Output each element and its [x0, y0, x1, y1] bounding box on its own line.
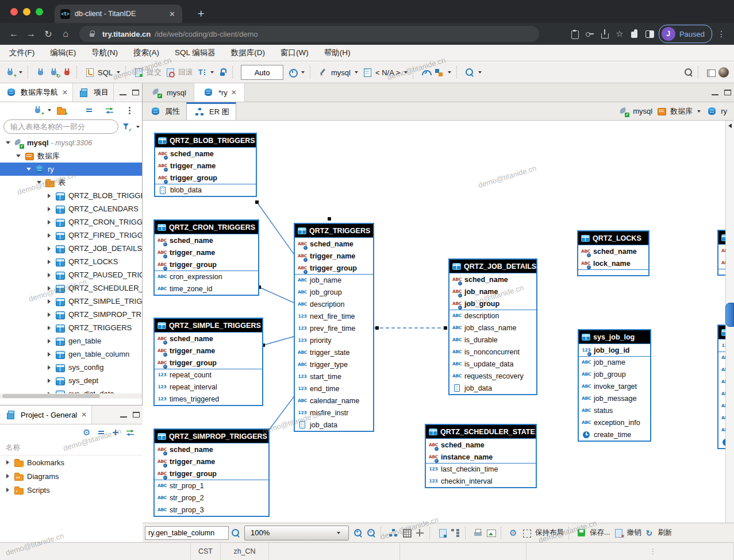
- entity-column[interactable]: create_time: [579, 428, 650, 441]
- entity-column[interactable]: ABCtrigger_group: [155, 258, 258, 271]
- entity-column[interactable]: ABCtrigger_name: [155, 246, 258, 258]
- nav-new-connection-caret[interactable]: [48, 109, 51, 111]
- browser-tab[interactable]: <t> db-client - TitanIDE ✕: [55, 5, 182, 23]
- entity-column[interactable]: ABCis_nonconcurrent: [449, 346, 536, 358]
- entity-qrtz_triggers[interactable]: QRTZ_TRIGGERSABCsched_nameABCtrigger_nam…: [294, 223, 374, 432]
- entity-column[interactable]: ABCinvoke_target: [579, 380, 650, 392]
- nav-new-connection-icon[interactable]: +: [32, 105, 43, 115]
- entity-column[interactable]: ABCtrigger_group: [155, 357, 262, 369]
- disconnect-icon[interactable]: [62, 67, 72, 78]
- entity-column[interactable]: ABCjob_name: [449, 285, 536, 298]
- project-item[interactable]: ooDiagrams: [0, 469, 143, 483]
- side-panel-icon[interactable]: [644, 28, 655, 40]
- active-schema-caret[interactable]: [404, 71, 408, 74]
- tree-expander-icon[interactable]: [24, 168, 33, 171]
- zoom-combo[interactable]: 100%: [244, 526, 349, 540]
- active-connection-caret[interactable]: [355, 71, 358, 74]
- tree-expander-icon[interactable]: [45, 379, 53, 383]
- home-icon[interactable]: ⌂: [59, 29, 72, 39]
- entity-column[interactable]: ABCtrigger_state: [295, 346, 373, 358]
- maximize-editor-icon[interactable]: [724, 90, 731, 95]
- minimize-editor-icon[interactable]: [712, 90, 718, 95]
- breadcrumb-label[interactable]: 数据库: [670, 106, 693, 117]
- entity-column[interactable]: ABCjob_group: [579, 368, 650, 380]
- entity-column[interactable]: ABCtrigger_type: [295, 358, 373, 370]
- entity-column[interactable]: ABCsched_name: [449, 273, 536, 285]
- sql-editor-icon[interactable]: [84, 67, 95, 78]
- compare-caret[interactable]: [448, 71, 451, 74]
- active-connection-icon[interactable]: [317, 67, 328, 78]
- add-note-icon[interactable]: [437, 528, 448, 538]
- tree-expander-icon[interactable]: [45, 207, 53, 211]
- tree-expander-icon[interactable]: [45, 273, 53, 277]
- folder-bookmarks-icon[interactable]: ★: [13, 457, 24, 468]
- menu-file[interactable]: 文件(F): [9, 48, 34, 58]
- scroll-thumb[interactable]: [725, 303, 734, 327]
- refresh-label[interactable]: 刷新: [658, 528, 672, 538]
- commit-label[interactable]: 提交: [147, 67, 162, 78]
- tree-item[interactable]: QRTZ_PAUSED_TRIGGER_GRPS: [0, 268, 142, 281]
- tree-item[interactable]: gen_table_column: [0, 347, 142, 361]
- tab-project-general[interactable]: Project - General ✕: [0, 405, 92, 424]
- tree-item[interactable]: QRTZ_CALENDARS: [0, 202, 142, 215]
- entity-column[interactable]: ABCsched_name: [578, 245, 648, 257]
- entity-column[interactable]: ABCjob_group: [295, 286, 373, 298]
- entity-qrtz_job_deta­ils[interactable]: QRTZ_JOB_DETA­ILSABCsched_nameABCjob_nam…: [448, 258, 537, 395]
- entity-column[interactable]: ABCjob_name: [579, 356, 650, 368]
- compare-icon[interactable]: [433, 67, 444, 78]
- tree-expander-icon[interactable]: [3, 460, 12, 465]
- entity-column[interactable]: ABCsched_name: [155, 148, 256, 160]
- entity-column[interactable]: ABCtrigger_group: [295, 262, 373, 274]
- entity-header[interactable]: QRTZ_SIMPROP_TRIGGERS: [155, 430, 268, 443]
- export-image-icon[interactable]: [486, 528, 497, 538]
- tree-item[interactable]: 表: [0, 176, 142, 189]
- entity-sys_job_log[interactable]: sys_job_log123job_log_idABCjob_nameABCjo…: [578, 329, 651, 442]
- entity-header[interactable]: QRTZ_JOB_DETA­ILS: [449, 260, 536, 273]
- entity-header[interactable]: QRTZ_LOCKS: [578, 231, 648, 245]
- entity-column[interactable]: ABCexception_info: [579, 416, 650, 428]
- entity-column[interactable]: ABCtrigger_name: [155, 345, 262, 357]
- new-connection-caret[interactable]: [19, 71, 22, 74]
- entity-column[interactable]: ABCstr_prop_1: [155, 480, 268, 492]
- tree-item[interactable]: gen_table: [0, 334, 142, 347]
- tx-timeout-caret[interactable]: [301, 71, 305, 74]
- keep-layout-label[interactable]: 保持布局: [535, 528, 564, 538]
- tree-expander-icon[interactable]: [45, 233, 53, 238]
- entity-qrtz_locks[interactable]: QRTZ_LOCKSABCsched_nameABClock_name: [577, 230, 650, 276]
- transaction-mode-caret[interactable]: [210, 71, 214, 74]
- entity-column[interactable]: ABCsched_name: [426, 439, 536, 451]
- nav-collapse-all-icon[interactable]: [84, 105, 95, 115]
- lock-icon[interactable]: [217, 67, 228, 78]
- entity-qrtz_simple_triggers[interactable]: QRTZ_SIMPLE_TRIGGERSABCsched_nameABCtrig…: [153, 318, 263, 406]
- rollback-label[interactable]: 回滚: [178, 67, 193, 78]
- entity-column[interactable]: ABCjob_message: [579, 392, 650, 404]
- diagram-settings-icon[interactable]: [508, 528, 519, 538]
- tree-item[interactable]: QRTZ_BLOB_TRIGGERS: [0, 189, 142, 202]
- tree-expander-icon[interactable]: [45, 326, 53, 330]
- project-collapse-icon[interactable]: [96, 427, 107, 438]
- entity-column[interactable]: ABCsched_name: [155, 443, 268, 455]
- sql-editor-caret[interactable]: [117, 71, 120, 74]
- active-schema-label[interactable]: < N/A >: [375, 68, 400, 77]
- print-icon[interactable]: [472, 528, 483, 538]
- browser-menu-icon[interactable]: ⋮: [716, 28, 727, 40]
- project-expand-icon[interactable]: [110, 427, 121, 438]
- breadcrumb-label[interactable]: ry: [721, 107, 727, 115]
- tree-expander-icon[interactable]: [45, 246, 53, 251]
- tab-project[interactable]: 项目: [73, 83, 114, 102]
- entity-column[interactable]: 123priority: [295, 334, 373, 346]
- save-label[interactable]: 保存...: [590, 528, 610, 538]
- entity-column[interactable]: ABCdescription: [295, 298, 373, 310]
- entity-column[interactable]: 123end_time: [295, 383, 373, 395]
- auto-arrange-icon[interactable]: [450, 528, 461, 538]
- drag-handle-icon[interactable]: ⋮: [650, 547, 656, 555]
- diagram-search-input[interactable]: [145, 526, 229, 540]
- bookmark-star-icon[interactable]: ☆: [614, 28, 625, 40]
- active-database-icon[interactable]: [362, 67, 372, 78]
- crosshair-icon[interactable]: [414, 528, 425, 538]
- filter-icon[interactable]: ✓: [121, 122, 132, 132]
- entity-column[interactable]: ABCjob_name: [295, 274, 373, 286]
- entity-column[interactable]: blob_data: [155, 184, 256, 196]
- tree-expander-icon[interactable]: [45, 352, 53, 357]
- tree-expander-icon[interactable]: [45, 220, 53, 225]
